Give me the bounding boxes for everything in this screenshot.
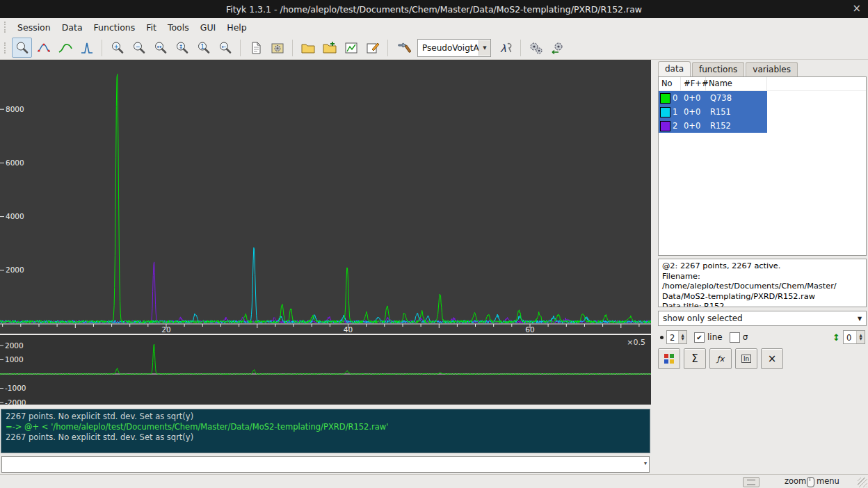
zoom-vertical-button[interactable]: ↕ xyxy=(172,38,192,58)
menubar-gripper[interactable] xyxy=(4,22,8,33)
zoom-previous-icon: ← xyxy=(218,40,233,56)
chevron-down-icon: ▼ xyxy=(853,316,866,322)
zoom-100-icon: 1 xyxy=(196,40,211,56)
aux-plot[interactable]: 20001000-1000-2000 ×0.5 xyxy=(0,335,651,405)
sum-button[interactable]: Σ xyxy=(684,348,706,369)
zoom-out-button[interactable]: − xyxy=(129,38,149,58)
tab-variables[interactable]: variables xyxy=(746,62,798,76)
load-data-button[interactable] xyxy=(298,38,318,58)
svg-text:−: − xyxy=(135,43,140,49)
shift-spinner[interactable]: 0 ▲▼ xyxy=(843,330,865,344)
edit-transform-button[interactable] xyxy=(362,38,383,58)
line-checkbox[interactable]: ✔ xyxy=(694,332,705,343)
tab-data[interactable]: data xyxy=(658,61,691,76)
session-log-button[interactable] xyxy=(246,38,266,58)
menu-help[interactable]: Help xyxy=(221,20,252,35)
spinner-arrows-icon[interactable]: ▲▼ xyxy=(678,331,686,343)
resize-grip[interactable] xyxy=(858,478,867,487)
aux-plot-canvas[interactable]: 20001000-1000-2000 xyxy=(0,335,651,405)
zoom-100-button[interactable]: 1 xyxy=(193,38,214,58)
peak-draft-mode-button[interactable] xyxy=(77,38,97,58)
execute-script-button[interactable] xyxy=(267,38,287,58)
main-plot[interactable]: 2040608000600040002000 xyxy=(0,60,651,334)
dataset-name: R152 xyxy=(707,121,767,131)
svg-text:-1000: -1000 xyxy=(5,384,26,392)
data-editor-button[interactable] xyxy=(341,38,361,58)
zoom-in-icon: + xyxy=(110,40,125,56)
zoom-vertical-icon: ↕ xyxy=(175,40,190,56)
menu-gui[interactable]: GUI xyxy=(195,20,222,35)
show-filter-select[interactable]: show only selected ▼ xyxy=(658,311,867,326)
toolbar-separator xyxy=(102,40,102,56)
sidebar: datafunctionsvariables No #F+# Name 00+0… xyxy=(657,60,868,474)
zoom-horizontal-button[interactable]: ↔ xyxy=(150,38,170,58)
close-icon: × xyxy=(768,352,777,365)
menu-fit[interactable]: Fit xyxy=(140,20,162,35)
toolbar-separator xyxy=(292,40,293,56)
close-button[interactable]: × xyxy=(852,2,861,15)
sigma-checkbox[interactable] xyxy=(730,332,740,343)
dataset-list: No #F+# Name 00+0Q73810+0R15120+0R152 xyxy=(658,76,867,256)
zoom-in-button[interactable]: + xyxy=(107,38,127,58)
menu-data[interactable]: Data xyxy=(56,20,88,35)
toolbar-gripper[interactable] xyxy=(4,42,8,54)
zoom-mode-icon xyxy=(15,40,30,56)
dataset-fz: 0+0 xyxy=(682,107,707,117)
function-type-value: PseudoVoigtA xyxy=(418,43,479,53)
append-data-icon xyxy=(322,40,337,56)
background-mode-button[interactable] xyxy=(55,38,75,58)
input-history-arrow-icon[interactable]: ▾ xyxy=(644,460,647,466)
function-type-select[interactable]: PseudoVoigtA▼ xyxy=(417,39,491,57)
col-header-no[interactable]: No xyxy=(659,77,681,90)
dataset-name: Q738 xyxy=(707,93,767,103)
status-config-button[interactable] xyxy=(743,477,760,487)
formula-button[interactable]: ƒx xyxy=(709,348,732,369)
dataset-row[interactable]: 00+0Q738 xyxy=(659,91,767,105)
point-size-spinner[interactable]: 2 ▲▼ xyxy=(666,330,687,344)
zoom-previous-button[interactable]: ← xyxy=(215,38,235,58)
command-input-row: ▾ xyxy=(1,456,650,473)
spinner-arrows-icon[interactable]: ▲▼ xyxy=(856,331,865,343)
svg-text:1: 1 xyxy=(200,43,204,49)
dataset-number: 0 xyxy=(673,93,682,103)
line-checkbox-label: line xyxy=(707,332,723,342)
svg-text:2000: 2000 xyxy=(5,341,24,350)
sidebar-tabs: datafunctionsvariables xyxy=(658,61,799,76)
fit-undo-icon xyxy=(550,40,565,56)
title-button[interactable]: ln xyxy=(735,348,757,369)
svg-text:20: 20 xyxy=(161,325,170,334)
delete-dataset-button[interactable]: × xyxy=(761,348,783,369)
define-function-button[interactable]: λ xyxy=(495,38,515,58)
define-function-icon: λ xyxy=(498,40,513,56)
menubar: SessionDataFunctionsFitToolsGUIHelp xyxy=(0,18,868,36)
command-input[interactable] xyxy=(1,456,650,473)
fit-run-button[interactable] xyxy=(526,38,546,58)
zoom-horizontal-icon: ↔ xyxy=(153,40,168,56)
menu-tools[interactable]: Tools xyxy=(162,20,195,35)
svg-text:8000: 8000 xyxy=(6,105,24,113)
dataset-row[interactable]: 20+0R152 xyxy=(659,119,767,133)
fit-undo-button[interactable] xyxy=(547,38,568,58)
toolbar-separator xyxy=(387,40,388,56)
console-line: =-> @+ < '/home/aleplo/test/Documents/Ch… xyxy=(6,422,645,432)
main-plot-canvas[interactable]: 2040608000600040002000 xyxy=(0,60,651,334)
data-transform-icon xyxy=(396,40,411,56)
tab-functions[interactable]: functions xyxy=(692,62,744,76)
zoom-out-icon: − xyxy=(131,40,147,56)
range-mode-button[interactable] xyxy=(33,38,54,58)
col-header-name[interactable]: Name xyxy=(706,77,767,90)
panel-splitter[interactable] xyxy=(651,60,657,474)
svg-text:60: 60 xyxy=(525,325,534,334)
col-header-fz[interactable]: #F+# xyxy=(681,77,706,90)
svg-text:λ: λ xyxy=(500,42,506,55)
dataset-colors-button[interactable] xyxy=(658,348,680,369)
dataset-row[interactable]: 10+0R151 xyxy=(659,105,767,119)
append-data-button[interactable] xyxy=(319,38,339,58)
menu-functions[interactable]: Functions xyxy=(88,20,141,35)
data-transform-button[interactable] xyxy=(393,38,413,58)
color-grid-icon xyxy=(664,353,675,364)
menu-session[interactable]: Session xyxy=(12,20,56,35)
svg-text:↕: ↕ xyxy=(178,43,183,49)
zoom-mode-button[interactable] xyxy=(12,38,32,58)
execute-script-icon xyxy=(270,40,285,56)
